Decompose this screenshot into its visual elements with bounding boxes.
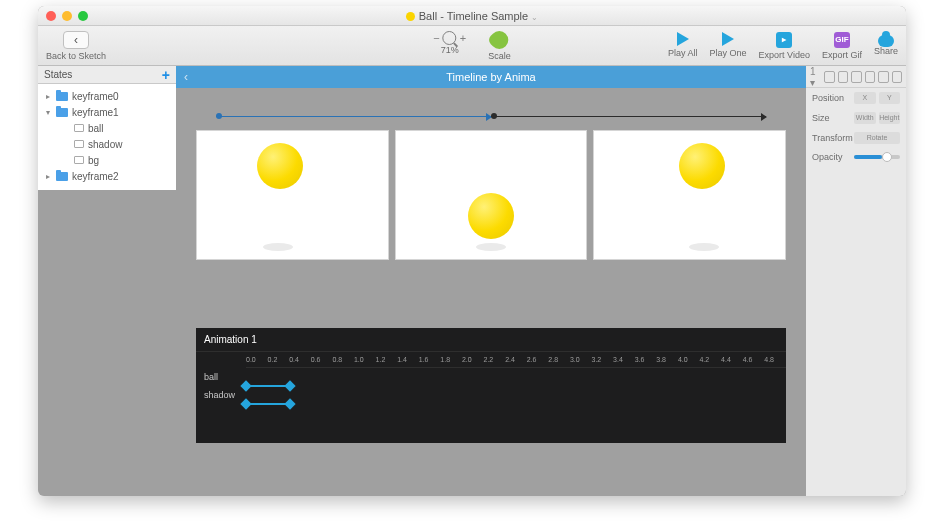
size-height-field[interactable]: Height [879,112,901,124]
layer-icon [74,124,84,132]
keyframe-preview-2[interactable] [593,130,786,260]
export-gif-icon[interactable]: GIF [834,32,850,48]
animation-title: Animation 1 [196,328,786,352]
layer-icon [74,140,84,148]
size-width-field[interactable]: Width [854,112,876,124]
keyframe-preview-1[interactable] [395,130,588,260]
size-label: Size [812,113,850,123]
align-icon[interactable] [824,71,834,83]
transform-label: Transform [812,133,850,143]
magnifier-icon[interactable] [443,31,457,45]
export-video-icon[interactable]: ▸ [776,32,792,48]
app-window: Ball - Timeline Sample ⌄ ‹ Back to Sketc… [38,6,906,496]
play-all-icon[interactable] [677,32,689,46]
tree-item-ball[interactable]: ball [38,120,176,136]
timeline-back-icon[interactable]: ‹ [184,70,188,84]
share-icon[interactable] [878,35,894,47]
window-title: Ball - Timeline Sample ⌄ [38,10,906,22]
zoom-minus[interactable]: − [433,32,439,44]
titlebar: Ball - Timeline Sample ⌄ [38,6,906,26]
align-icon[interactable] [838,71,848,83]
export-video-label: Export Video [759,50,810,60]
rotate-field[interactable]: Rotate [854,132,900,144]
tree-item-keyframe0[interactable]: ▸keyframe0 [38,88,176,104]
play-one-label: Play One [710,48,747,58]
time-ruler[interactable]: 0.00.20.40.60.81.01.21.41.61.82.02.22.42… [246,352,786,368]
scale-label: Scale [488,51,511,61]
position-y-field[interactable]: Y [879,92,901,104]
toolbar: ‹ Back to Sketch − + 71% Scale Play All … [38,26,906,66]
opacity-label: Opacity [812,152,850,162]
states-tree: ▸keyframe0 ▾keyframe1 ball shadow bg ▸ke… [38,84,176,190]
back-button[interactable]: ‹ [63,31,89,49]
back-label: Back to Sketch [46,51,106,61]
share-label: Share [874,46,898,56]
timeline-row-ball[interactable]: ball [196,368,786,386]
zoom-plus[interactable]: + [460,32,466,44]
inspector-panel: 1 ▾ PositionXY SizeWidthHeight Transform… [806,66,906,496]
transition-arrows [216,116,766,126]
tree-item-shadow[interactable]: shadow [38,136,176,152]
align-icon[interactable] [878,71,888,83]
timeline-row-shadow[interactable]: shadow [196,386,786,404]
keyframe-preview-0[interactable] [196,130,389,260]
align-icon[interactable] [865,71,875,83]
folder-icon [56,92,68,101]
tree-item-keyframe1[interactable]: ▾keyframe1 [38,104,176,120]
scale-icon[interactable] [487,27,512,52]
add-state-button[interactable]: + [162,67,170,83]
folder-icon [56,108,68,117]
states-header: States + [38,66,176,84]
layer-icon [74,156,84,164]
folder-icon [56,172,68,181]
tree-item-bg[interactable]: bg [38,152,176,168]
opacity-slider[interactable] [854,155,900,159]
timeline-panel: Animation 1 0.00.20.40.60.81.01.21.41.61… [196,328,786,443]
position-x-field[interactable]: X [854,92,876,104]
align-icon[interactable] [851,71,861,83]
states-panel: States + ▸keyframe0 ▾keyframe1 ball shad… [38,66,176,186]
canvas-area: ‹ Timeline by Anima Animation 1 0.00.20.… [176,66,806,496]
export-gif-label: Export Gif [822,50,862,60]
position-label: Position [812,93,850,103]
play-all-label: Play All [668,48,698,58]
inspector-icon-row: 1 ▾ [806,66,906,88]
play-one-icon[interactable] [722,32,734,46]
timeline-title-bar: ‹ Timeline by Anima [176,66,806,88]
align-icon[interactable] [892,71,902,83]
tree-item-keyframe2[interactable]: ▸keyframe2 [38,168,176,184]
